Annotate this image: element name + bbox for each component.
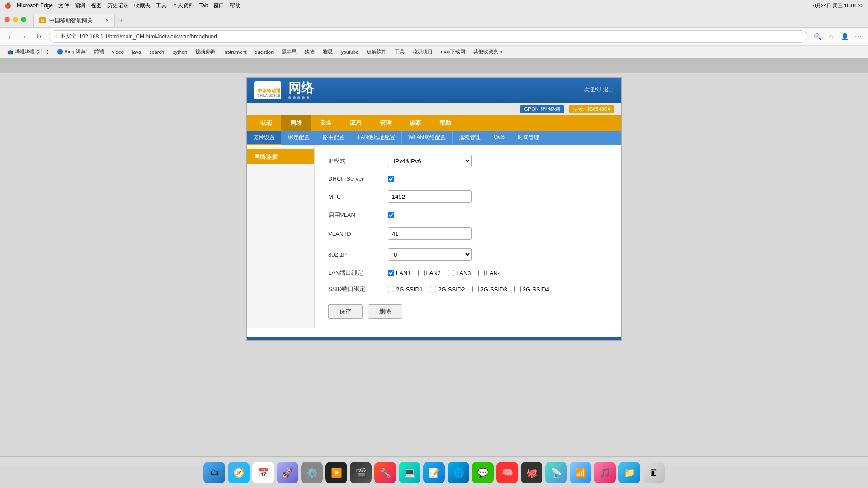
menu-favorites[interactable]: 收藏夹 xyxy=(134,2,151,9)
dock-files[interactable]: 📁 xyxy=(618,462,640,483)
main-nav-management[interactable]: 管理 xyxy=(371,115,401,131)
maximize-button[interactable] xyxy=(21,17,26,22)
dock-iina[interactable]: ▶️ xyxy=(326,462,347,483)
mtu-input[interactable] xyxy=(388,190,472,203)
bookmark-bilibili[interactable]: 📺哔哩哔哩 (⌘...) xyxy=(4,47,52,56)
bookmark-mac-dl[interactable]: mac下载网 xyxy=(437,47,469,56)
dock-finder[interactable]: 🗂 xyxy=(203,462,225,483)
bookmark-java[interactable]: java xyxy=(128,48,145,56)
dock-xmind[interactable]: 🧠 xyxy=(496,462,518,483)
dock-safari[interactable]: 🧭 xyxy=(228,462,250,483)
tab-close-button[interactable]: × xyxy=(105,17,109,24)
dock-calendar[interactable]: 📅 xyxy=(252,462,274,483)
dock-settings[interactable]: ⚙️ xyxy=(301,462,323,483)
save-button[interactable]: 保存 xyxy=(328,304,363,319)
lan4-checkbox[interactable] xyxy=(478,270,485,276)
dock-launchpad[interactable]: 🚀 xyxy=(277,462,298,483)
sub-nav-broadband[interactable]: 宽带设置 xyxy=(247,131,282,145)
bookmark-trash[interactable]: 垃圾项目 xyxy=(409,47,436,56)
close-button[interactable] xyxy=(5,17,10,22)
lan1-checkbox[interactable] xyxy=(388,270,394,276)
sub-nav-remote[interactable]: 远程管理 xyxy=(453,131,487,145)
back-button[interactable]: ‹ xyxy=(4,30,16,43)
menu-help[interactable]: 帮助 xyxy=(230,2,241,9)
main-nav-apps[interactable]: 应用 xyxy=(341,115,371,131)
bookmark-hackintosh[interactable]: 黑苹果 xyxy=(278,47,300,56)
profile-icon[interactable]: 👤 xyxy=(838,30,851,43)
dock-jetbrains[interactable]: 🔧 xyxy=(374,462,396,483)
enable-vlan-checkbox[interactable] xyxy=(388,212,394,218)
forward-button[interactable]: › xyxy=(18,30,31,43)
bookmark-youtube[interactable]: youtube xyxy=(337,48,362,56)
ssid4-checkbox[interactable] xyxy=(514,286,521,292)
settings-icon[interactable]: ⋯ xyxy=(852,30,864,43)
bm-icon: 📺 xyxy=(7,49,14,55)
bookmark-other[interactable]: 其他收藏夹 » xyxy=(470,47,506,56)
sub-nav-binding[interactable]: 绑定配置 xyxy=(282,131,316,145)
address-text[interactable]: 192.168.1.1/html/main_CM.html#network/wa… xyxy=(79,33,802,40)
browser-tab[interactable]: M 中国移动智能网关 × xyxy=(33,14,115,27)
tab-title: 中国移动智能网关 xyxy=(49,17,93,24)
lan3-checkbox[interactable] xyxy=(448,270,454,276)
address-bar[interactable]: ⚠ 不安全 192.168.1.1/html/main_CM.html#netw… xyxy=(49,30,807,43)
apple-icon[interactable]: 🍎 xyxy=(5,2,11,9)
sub-nav-qos[interactable]: QoS xyxy=(487,131,511,145)
bookmark-video-edit[interactable]: 视频剪辑 xyxy=(192,47,219,56)
bookmark-shopping[interactable]: 购物 xyxy=(301,47,318,56)
delete-button[interactable]: 删除 xyxy=(368,304,402,319)
ssid1-checkbox[interactable] xyxy=(388,286,394,292)
sub-nav-lan-addr[interactable]: LAN侧地址配置 xyxy=(351,131,402,145)
menu-edit[interactable]: 编辑 xyxy=(75,2,85,9)
menu-window[interactable]: 窗口 xyxy=(213,2,224,9)
dock-wechat[interactable]: 💬 xyxy=(472,462,494,483)
dhcp-checkbox[interactable] xyxy=(388,176,394,182)
main-nav-network[interactable]: 网络 xyxy=(281,115,311,131)
bookmark-question[interactable]: question xyxy=(251,48,278,56)
dot1p-select[interactable]: 0 1 2 3 xyxy=(388,248,472,261)
bookmark-tools[interactable]: 工具 xyxy=(391,47,408,56)
sub-nav-time[interactable]: 时间管理 xyxy=(511,131,546,145)
bookmark-ielts[interactable]: 雅思 xyxy=(319,47,336,56)
zoom-icon[interactable]: 🔍 xyxy=(811,30,824,43)
dock-vscode[interactable]: 📝 xyxy=(423,462,445,483)
new-tab-button[interactable]: + xyxy=(115,14,127,27)
app-name: Microsoft Edge xyxy=(17,2,53,9)
ssid2-label: 2G-SSID2 xyxy=(438,286,465,293)
sub-nav-routing[interactable]: 路由配置 xyxy=(316,131,351,145)
dock-airdrop[interactable]: 📡 xyxy=(545,462,567,483)
bookmark-cracked[interactable]: 破解软件 xyxy=(363,47,390,56)
main-nav-status[interactable]: 状态 xyxy=(251,115,281,131)
dock-finalcut[interactable]: 🎬 xyxy=(350,462,372,483)
menu-profile[interactable]: 个人资料 xyxy=(172,2,194,9)
main-nav-security[interactable]: 安全 xyxy=(311,115,341,131)
menu-tab[interactable]: Tab xyxy=(199,2,208,9)
star-icon[interactable]: ☆ xyxy=(825,30,837,43)
dock-wifi[interactable]: 📶 xyxy=(570,462,591,483)
menu-tools[interactable]: 工具 xyxy=(156,2,167,9)
bookmark-frontend[interactable]: 前端 xyxy=(90,47,108,56)
bookmark-search[interactable]: search xyxy=(146,48,168,56)
bookmark-instrument[interactable]: instrument xyxy=(220,48,250,56)
main-nav-diagnostics[interactable]: 诊断 xyxy=(401,115,430,131)
dock-git[interactable]: 🐙 xyxy=(521,462,542,483)
sidebar-item-network-connection[interactable]: 网络连接 xyxy=(247,149,314,164)
dock-trash[interactable]: 🗑 xyxy=(643,462,665,483)
menu-history[interactable]: 历史记录 xyxy=(107,2,129,9)
ssid3-checkbox[interactable] xyxy=(472,286,479,292)
ip-mode-select[interactable]: IPv4&IPv6 IPv4 IPv6 xyxy=(388,155,472,167)
bookmark-video[interactable]: video xyxy=(108,48,127,56)
sub-nav-wlan[interactable]: WLAN网络配置 xyxy=(402,131,453,145)
refresh-button[interactable]: ↻ xyxy=(33,30,45,43)
bookmark-bing[interactable]: 🔵Bing 词典 xyxy=(53,47,90,56)
menu-view[interactable]: 视图 xyxy=(91,2,102,9)
dock-clion[interactable]: 💻 xyxy=(399,462,420,483)
dock-edge[interactable]: 🌐 xyxy=(448,462,469,483)
bookmark-python[interactable]: python xyxy=(169,48,191,56)
menu-file[interactable]: 文件 xyxy=(58,2,69,9)
dock-music[interactable]: 🎵 xyxy=(594,462,616,483)
minimize-button[interactable] xyxy=(13,17,18,22)
main-nav-help[interactable]: 帮助 xyxy=(430,115,460,131)
vlan-id-input[interactable] xyxy=(388,227,472,240)
lan2-checkbox[interactable] xyxy=(418,270,425,276)
ssid2-checkbox[interactable] xyxy=(430,286,436,292)
